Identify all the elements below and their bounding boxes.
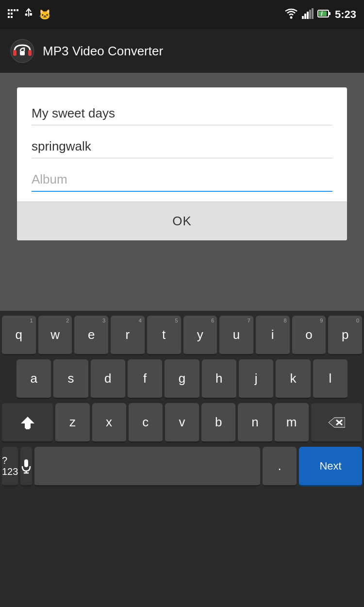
key-w[interactable]: w2: [38, 316, 72, 355]
status-time: 5:23: [335, 8, 356, 21]
key-x[interactable]: x: [92, 403, 126, 443]
key-d[interactable]: d: [91, 359, 125, 399]
svg-rect-3: [17, 9, 18, 11]
svg-rect-4: [8, 13, 10, 15]
key-q[interactable]: q1: [2, 316, 36, 355]
svg-rect-14: [307, 12, 309, 19]
svg-rect-0: [8, 9, 10, 11]
dialog-card: OK: [17, 87, 347, 240]
svg-rect-24: [20, 51, 25, 55]
key-b[interactable]: b: [201, 403, 235, 443]
key-y[interactable]: y6: [183, 316, 217, 355]
shift-key[interactable]: [2, 403, 53, 443]
svg-rect-15: [309, 10, 311, 19]
svg-rect-22: [13, 50, 17, 56]
num-switch-key[interactable]: ?123: [2, 447, 18, 487]
key-p[interactable]: p0: [328, 316, 362, 355]
key-j[interactable]: j: [239, 359, 273, 399]
status-bar: 🐱: [0, 0, 364, 29]
keyboard-row-3: z x c v b n m: [2, 403, 362, 443]
svg-rect-23: [28, 50, 32, 56]
key-f[interactable]: f: [128, 359, 162, 399]
svg-rect-29: [24, 459, 28, 467]
keyboard-row-1: q1 w2 e3 r4 t5 y6 u7 i8 o9 p0: [2, 316, 362, 355]
space-key[interactable]: [34, 447, 260, 487]
status-bar-right: 5:23: [284, 8, 356, 21]
svg-rect-2: [14, 9, 16, 11]
key-i[interactable]: i8: [256, 316, 290, 355]
key-r[interactable]: r4: [111, 316, 145, 355]
svg-point-11: [290, 17, 292, 19]
dialog-field-artist[interactable]: [32, 135, 332, 158]
keyboard: q1 w2 e3 r4 t5 y6 u7 i8 o9 p0 a s d f g …: [0, 311, 364, 607]
app-bar: MP3 Video Converter: [0, 29, 364, 73]
app-title: MP3 Video Converter: [43, 44, 163, 59]
wifi-icon: [284, 8, 298, 21]
svg-point-9: [25, 14, 28, 16]
svg-marker-25: [21, 417, 34, 428]
app-icon: [10, 38, 35, 64]
album-input[interactable]: [32, 168, 332, 192]
key-u[interactable]: u7: [219, 316, 253, 355]
keyboard-row-bottom: ?123 . Next: [2, 447, 362, 490]
status-bar-left: 🐱: [8, 8, 51, 21]
key-o[interactable]: o9: [292, 316, 326, 355]
dialog-field-album[interactable]: [32, 168, 332, 192]
svg-rect-6: [8, 16, 10, 18]
svg-rect-16: [312, 8, 314, 19]
next-key[interactable]: Next: [299, 447, 362, 487]
svg-rect-19: [319, 11, 327, 16]
svg-rect-18: [329, 12, 331, 15]
content-area: OK: [0, 73, 364, 311]
backspace-key[interactable]: [311, 403, 362, 443]
key-s[interactable]: s: [53, 359, 88, 399]
svg-rect-12: [302, 16, 304, 19]
cat-icon: 🐱: [39, 9, 51, 20]
svg-rect-13: [304, 14, 306, 19]
key-z[interactable]: z: [55, 403, 89, 443]
keyboard-row-2: a s d f g h j k l: [2, 359, 362, 399]
key-v[interactable]: v: [165, 403, 199, 443]
key-a[interactable]: a: [17, 359, 51, 399]
key-t[interactable]: t5: [147, 316, 181, 355]
battery-icon: [317, 9, 331, 20]
usb-icon: [8, 9, 18, 20]
key-g[interactable]: g: [165, 359, 199, 399]
key-m[interactable]: m: [275, 403, 309, 443]
key-e[interactable]: e3: [74, 316, 108, 355]
title-input[interactable]: [32, 102, 332, 125]
ok-button[interactable]: OK: [17, 202, 347, 240]
signal-icon: [302, 8, 314, 21]
svg-rect-1: [11, 9, 13, 11]
key-h[interactable]: h: [202, 359, 236, 399]
key-c[interactable]: c: [129, 403, 163, 443]
svg-rect-10: [30, 13, 32, 16]
mic-key[interactable]: [20, 447, 32, 487]
period-key[interactable]: .: [263, 447, 297, 487]
svg-rect-7: [11, 16, 13, 18]
key-k[interactable]: k: [276, 359, 310, 399]
svg-rect-26: [26, 427, 30, 429]
usb-symbol-icon: [24, 8, 33, 21]
key-l[interactable]: l: [313, 359, 347, 399]
svg-rect-5: [11, 13, 13, 15]
artist-input[interactable]: [32, 135, 332, 158]
key-n[interactable]: n: [238, 403, 272, 443]
dialog-field-title[interactable]: [32, 102, 332, 125]
